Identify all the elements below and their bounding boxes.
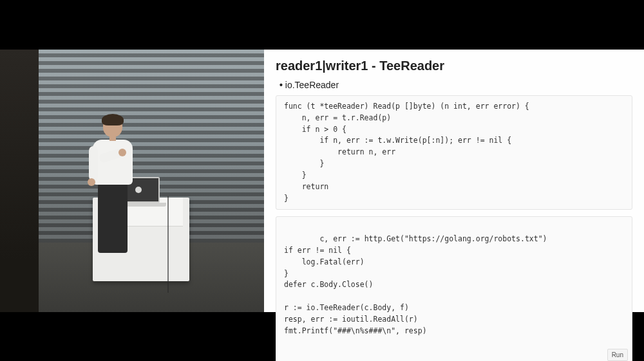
speaker-torso [93, 140, 133, 185]
slide-title: reader1|writer1 - TeeReader [276, 59, 632, 73]
slide-pane: reader1|writer1 - TeeReader io.TeeReader… [264, 50, 644, 312]
speaker-legs [98, 182, 128, 253]
video-frame: reader1|writer1 - TeeReader io.TeeReader… [0, 0, 644, 361]
slide-bullet: io.TeeReader [279, 80, 632, 90]
run-button[interactable]: Run [607, 349, 628, 361]
speaker-arm-right [89, 146, 98, 181]
code-block-2-text: c, err := http.Get("https://golang.org/r… [284, 234, 547, 335]
speaker-hair [102, 114, 124, 125]
content-row: reader1|writer1 - TeeReader io.TeeReader… [0, 50, 644, 312]
code-block-2: c, err := http.Get("https://golang.org/r… [276, 216, 632, 361]
speaker-hand-left [118, 149, 126, 156]
speaker-camera-pane [0, 50, 264, 312]
room-wall-left [0, 50, 40, 312]
code-block-1: func (t *teeReader) Read(p []byte) (n in… [276, 95, 632, 210]
speaker-person [84, 115, 143, 257]
cable [167, 196, 169, 293]
speaker-hand-right [88, 178, 95, 186]
